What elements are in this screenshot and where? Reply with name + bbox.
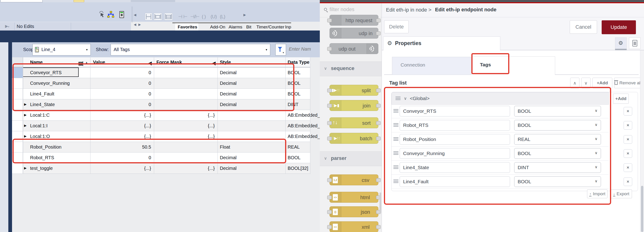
col-value[interactable]: Value (93, 60, 105, 65)
cell-value[interactable]: 0 (148, 102, 151, 107)
cell-value[interactable]: 0 (148, 155, 151, 160)
table-row[interactable]: Line4_Fault 0 Decimal BOOL (12, 89, 310, 99)
tag-type-select[interactable]: BOOL∨ (514, 148, 601, 159)
row-selector[interactable] (12, 89, 23, 99)
remove-tag-button[interactable]: × (624, 163, 632, 172)
tag-group-header[interactable]: ∨ <Global> (392, 92, 609, 105)
otu-instruction-icon[interactable]: (U) (210, 14, 216, 19)
expand-arrow-icon[interactable]: ▶ (24, 166, 26, 170)
cell-type[interactable]: BOOL (288, 91, 300, 97)
table-row[interactable]: ▶ test_toggle {...} {...} Decimal BOOL[3… (12, 163, 310, 174)
row-selector[interactable] (12, 142, 23, 152)
tag-type-select[interactable]: BOOL∨ (514, 106, 601, 116)
remove-tag-button[interactable]: × (624, 107, 632, 116)
chevron-down-icon[interactable]: ∨ (404, 96, 407, 101)
cell-style[interactable]: Decimal (220, 166, 236, 171)
cell-force-mask[interactable]: {...} (208, 134, 215, 139)
row-selector[interactable] (12, 121, 23, 131)
delete-button[interactable]: Delete (384, 20, 409, 33)
branch-level-button[interactable] (164, 13, 173, 20)
cell-name[interactable]: Robot_Position (30, 144, 62, 150)
palette-node-batch[interactable]: ∷▶∷ batch (330, 133, 378, 144)
cell-style[interactable]: Decimal (220, 70, 236, 75)
tab-favorites[interactable]: Favorites (178, 24, 197, 29)
ote-instruction-icon[interactable]: ( ) (202, 14, 206, 19)
col-data-type[interactable]: Data Type (288, 60, 310, 65)
panel-scrollbar-track[interactable] (640, 50, 644, 232)
drag-handle-icon[interactable] (394, 109, 398, 113)
cell-force-mask[interactable]: {...} (208, 123, 215, 128)
scope-select[interactable]: Line_4 ▼ (32, 44, 91, 55)
move-up-button[interactable]: ∧ (570, 78, 580, 88)
cell-value[interactable]: {...} (144, 113, 151, 118)
node-docs-button[interactable] (629, 37, 640, 49)
tab-input-output[interactable]: Inp (285, 24, 291, 29)
cell-name[interactable]: Line4_Fault (30, 91, 54, 97)
show-select[interactable]: All Tags ▼ (110, 44, 270, 55)
cancel-button[interactable]: Cancel (570, 20, 597, 34)
expand-arrow-icon[interactable]: ▶ (24, 134, 26, 138)
cell-style[interactable]: Decimal (220, 91, 236, 97)
update-button[interactable]: Update (602, 20, 636, 34)
palette-category-sequence[interactable]: ∨ sequence (320, 61, 382, 76)
table-row[interactable]: Robot_RTS 0 Decimal BOOL (12, 153, 310, 163)
expand-arrow-icon[interactable]: ▶ (24, 113, 26, 117)
xio-instruction-icon[interactable]: ⊣/⊢ (190, 14, 199, 19)
export-button[interactable]: ↓Export (610, 190, 632, 198)
tabs-scroll-left-icon[interactable]: ◀ (134, 23, 136, 26)
cell-style[interactable]: Decimal (220, 102, 236, 107)
group-add-button[interactable]: +Add (613, 94, 629, 104)
scroll-right-icon[interactable]: ▶ (244, 13, 246, 17)
cell-force-mask[interactable]: {...} (208, 166, 215, 171)
row-selector[interactable] (12, 110, 23, 120)
table-row[interactable]: ▶ Local:1:O {...} {...} AB:Embedded_Disc… (12, 131, 310, 142)
tab-timer-counter[interactable]: Timer/Counter (256, 24, 284, 29)
cell-type[interactable]: BOOL (288, 70, 300, 75)
remove-tag-button[interactable]: × (624, 135, 632, 144)
row-selector[interactable] (12, 153, 23, 163)
palette-node-csv[interactable]: 1,2 csv (330, 175, 378, 185)
row-selector[interactable] (12, 67, 23, 78)
remove-tag-button[interactable]: × (624, 178, 632, 186)
cell-value[interactable]: {...} (144, 123, 151, 128)
cell-name[interactable]: Robot_RTS (30, 155, 54, 160)
drag-handle-icon[interactable] (394, 166, 398, 169)
cell-type[interactable]: BOOL (288, 155, 300, 160)
panel-scrollbar-thumb[interactable] (641, 186, 643, 232)
palette-node-udp-out[interactable]: udp out (330, 43, 378, 54)
otl-instruction-icon[interactable]: (L) (220, 14, 225, 19)
pending-edits-icon[interactable]: ▶▾ (5, 24, 9, 29)
tabs-scroll-right-icon[interactable]: ▶ (138, 23, 141, 26)
tab-connection[interactable]: Connection (392, 57, 471, 75)
drag-handle-icon[interactable] (394, 123, 398, 127)
cell-name[interactable]: Local:1:O (30, 134, 50, 139)
col-name[interactable]: Name (30, 60, 42, 65)
tag-name-input[interactable] (400, 176, 510, 187)
drag-handle-icon[interactable] (396, 97, 400, 100)
select-pointer-icon[interactable] (98, 11, 105, 18)
tag-type-select[interactable]: DINT∨ (514, 162, 601, 173)
palette-node-json[interactable]: {} json (330, 206, 378, 217)
expand-arrow-icon[interactable]: ▶ (24, 124, 26, 127)
breadcrumb-parent[interactable]: Edit eth-ip in node (386, 7, 427, 13)
table-row[interactable]: Conveyor_Running 0 Decimal BOOL (12, 78, 310, 89)
tag-type-select[interactable]: BOOL∨ (514, 120, 601, 131)
import-button[interactable]: ↑Import (587, 190, 608, 198)
table-row[interactable]: ▶ Line4_State 0 Decimal DINT (12, 99, 310, 110)
cell-value[interactable]: 0 (148, 70, 151, 75)
tab-bit[interactable]: Bit (246, 24, 251, 29)
palette-node-html[interactable]: <> html (330, 192, 378, 203)
toolbar-drag-handle[interactable] (132, 6, 133, 23)
cell-name[interactable]: test_toggle (30, 166, 53, 171)
xic-instruction-icon[interactable]: ⊣ ⊢ (178, 14, 187, 19)
force-monitor-icon[interactable]: ◀ (212, 60, 216, 66)
tag-name-input[interactable] (400, 120, 510, 131)
remove-all-button[interactable]: Remove all (614, 78, 642, 88)
controller-status-icon[interactable] (120, 11, 124, 18)
col-style[interactable]: Style (220, 60, 231, 65)
tag-name-input[interactable] (400, 162, 510, 173)
cell-type[interactable]: DINT (288, 102, 298, 107)
tag-name-input[interactable] (400, 134, 510, 145)
cell-style[interactable]: Float (220, 144, 230, 150)
tag-type-select[interactable]: BOOL∨ (514, 176, 601, 187)
